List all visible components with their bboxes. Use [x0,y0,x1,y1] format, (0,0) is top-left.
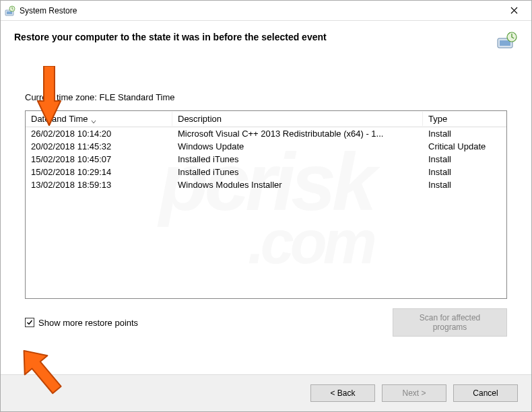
cancel-button[interactable]: Cancel [453,384,518,402]
table-body: 26/02/2018 10:14:20Microsoft Visual C++ … [26,127,506,191]
titlebar: System Restore [1,1,531,21]
cell-description: Installed iTunes [172,167,423,177]
svg-rect-4 [500,40,510,46]
restore-points-table[interactable]: Date and Time Description Type 26/02/201… [25,110,507,299]
cell-type: Install [423,180,506,190]
cell-date: 13/02/2018 18:59:13 [26,180,172,190]
next-button: Next > [382,384,446,402]
cell-type: Install [423,167,506,177]
table-row[interactable]: 26/02/2018 10:14:20Microsoft Visual C++ … [26,127,506,140]
column-header-description[interactable]: Description [172,112,423,126]
restore-icon [5,5,15,16]
back-button[interactable]: < Back [310,384,375,402]
column-header-description-label: Description [178,114,222,124]
content-area: Current time zone: FLE Standard Time Dat… [1,57,531,374]
scan-affected-programs-button: Scan for affected programs [393,308,507,337]
checkbox-label: Show more restore points [38,318,138,328]
cell-type: Install [423,154,506,164]
restore-graphic-icon [496,32,518,50]
cell-description: Windows Update [172,141,423,151]
cell-description: Microsoft Visual C++ 2013 Redistributabl… [172,129,423,139]
timezone-label: Current time zone: FLE Standard Time [25,92,507,102]
table-row[interactable]: 15/02/2018 10:29:14Installed iTunesInsta… [26,166,506,178]
column-header-type-label: Type [428,114,447,124]
window-title: System Restore [20,6,500,15]
table-row[interactable]: 13/02/2018 18:59:13Windows Modules Insta… [26,178,506,191]
table-footer-options: Show more restore points Scan for affect… [25,308,507,337]
chevron-down-icon [91,116,96,122]
cell-date: 26/02/2018 10:14:20 [26,129,172,139]
checkbox-box [25,318,34,327]
cell-type: Install [423,129,506,139]
cell-description: Windows Modules Installer [172,180,423,190]
table-header: Date and Time Description Type [26,111,506,127]
header: Restore your computer to the state it wa… [1,21,531,57]
column-header-date-label: Date and Time [31,114,88,124]
page-heading: Restore your computer to the state it wa… [14,32,490,42]
svg-rect-1 [7,11,12,14]
show-more-restore-points-checkbox[interactable]: Show more restore points [25,318,138,328]
cell-date: 15/02/2018 10:45:07 [26,154,172,164]
cell-date: 20/02/2018 11:45:32 [26,141,172,151]
close-icon [510,7,518,14]
table-row[interactable]: 20/02/2018 11:45:32Windows UpdateCritica… [26,140,506,153]
cell-type: Critical Update [423,141,506,151]
close-button[interactable] [500,1,527,20]
table-row[interactable]: 15/02/2018 10:45:07Installed iTunesInsta… [26,153,506,166]
cell-date: 15/02/2018 10:29:14 [26,167,172,177]
column-header-type[interactable]: Type [423,112,506,126]
system-restore-window: System Restore Restore your computer to … [0,0,532,412]
wizard-footer: < Back Next > Cancel [1,374,531,411]
column-header-date[interactable]: Date and Time [26,112,172,126]
cell-description: Installed iTunes [172,154,423,164]
checkmark-icon [26,319,33,326]
